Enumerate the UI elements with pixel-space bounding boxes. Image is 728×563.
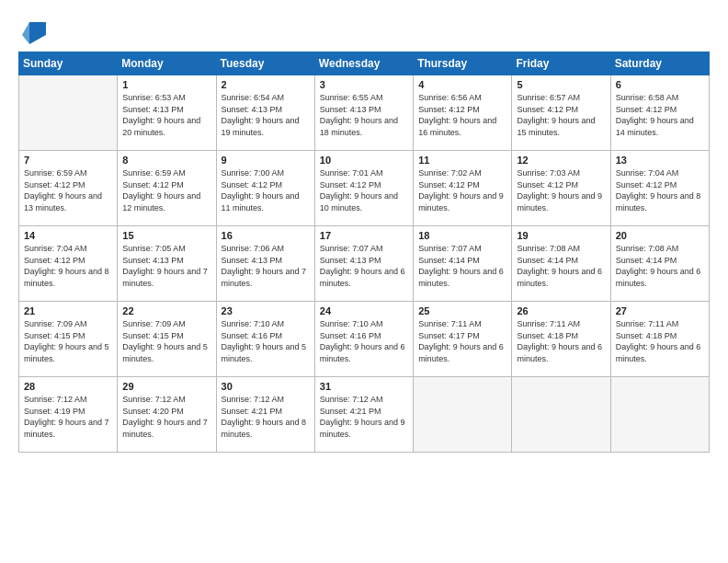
day-number: 8	[122, 155, 210, 166]
calendar-cell: 29Sunrise: 7:12 AMSunset: 4:20 PMDayligh…	[118, 377, 216, 453]
calendar-cell: 16Sunrise: 7:06 AMSunset: 4:13 PMDayligh…	[216, 226, 314, 302]
day-number: 24	[320, 305, 408, 316]
day-info: Sunrise: 6:56 AMSunset: 4:12 PMDaylight:…	[418, 92, 506, 138]
day-number: 12	[517, 155, 605, 166]
day-info: Sunrise: 7:04 AMSunset: 4:12 PMDaylight:…	[616, 167, 704, 213]
page: SundayMondayTuesdayWednesdayThursdayFrid…	[0, 0, 728, 563]
calendar-cell: 30Sunrise: 7:12 AMSunset: 4:21 PMDayligh…	[216, 377, 314, 453]
day-info: Sunrise: 7:09 AMSunset: 4:15 PMDaylight:…	[24, 318, 112, 364]
day-info: Sunrise: 7:12 AMSunset: 4:21 PMDaylight:…	[320, 394, 408, 440]
day-info: Sunrise: 7:03 AMSunset: 4:12 PMDaylight:…	[517, 167, 605, 213]
calendar-cell: 13Sunrise: 7:04 AMSunset: 4:12 PMDayligh…	[610, 151, 709, 226]
calendar-cell: 21Sunrise: 7:09 AMSunset: 4:15 PMDayligh…	[19, 302, 118, 377]
day-info: Sunrise: 7:11 AMSunset: 4:18 PMDaylight:…	[517, 318, 605, 364]
day-number: 19	[517, 230, 605, 241]
day-info: Sunrise: 7:06 AMSunset: 4:13 PMDaylight:…	[222, 243, 310, 289]
day-info: Sunrise: 7:11 AMSunset: 4:18 PMDaylight:…	[616, 318, 704, 364]
calendar-table: SundayMondayTuesdayWednesdayThursdayFrid…	[18, 52, 710, 453]
day-number: 10	[320, 155, 408, 166]
day-info: Sunrise: 7:12 AMSunset: 4:19 PMDaylight:…	[24, 394, 112, 440]
day-info: Sunrise: 7:10 AMSunset: 4:16 PMDaylight:…	[320, 318, 408, 364]
day-info: Sunrise: 7:02 AMSunset: 4:12 PMDaylight:…	[418, 167, 506, 213]
calendar-cell: 28Sunrise: 7:12 AMSunset: 4:19 PMDayligh…	[19, 377, 118, 453]
calendar-cell	[610, 377, 709, 453]
day-number: 17	[320, 230, 408, 241]
calendar-cell	[512, 377, 610, 453]
day-info: Sunrise: 6:59 AMSunset: 4:12 PMDaylight:…	[24, 167, 112, 213]
calendar-week-row: 1Sunrise: 6:53 AMSunset: 4:13 PMDaylight…	[19, 75, 710, 151]
calendar-cell: 31Sunrise: 7:12 AMSunset: 4:21 PMDayligh…	[314, 377, 413, 453]
day-info: Sunrise: 7:12 AMSunset: 4:21 PMDaylight:…	[222, 394, 310, 440]
day-number: 22	[122, 305, 210, 316]
weekday-header: Wednesday	[314, 52, 413, 75]
day-number: 9	[222, 155, 310, 166]
day-info: Sunrise: 6:55 AMSunset: 4:13 PMDaylight:…	[320, 92, 408, 138]
weekday-header: Tuesday	[216, 52, 314, 75]
day-number: 25	[418, 305, 506, 316]
calendar-cell: 6Sunrise: 6:58 AMSunset: 4:12 PMDaylight…	[610, 75, 709, 151]
weekday-header: Sunday	[19, 52, 118, 75]
calendar-cell: 24Sunrise: 7:10 AMSunset: 4:16 PMDayligh…	[314, 302, 413, 377]
day-info: Sunrise: 7:05 AMSunset: 4:13 PMDaylight:…	[122, 243, 210, 289]
day-info: Sunrise: 6:54 AMSunset: 4:13 PMDaylight:…	[222, 92, 310, 138]
day-number: 30	[222, 381, 310, 392]
weekday-header: Thursday	[414, 52, 512, 75]
day-number: 6	[616, 79, 704, 90]
calendar-cell: 22Sunrise: 7:09 AMSunset: 4:15 PMDayligh…	[118, 302, 216, 377]
calendar-cell: 4Sunrise: 6:56 AMSunset: 4:12 PMDaylight…	[414, 75, 512, 151]
day-number: 7	[24, 155, 112, 166]
calendar-cell: 14Sunrise: 7:04 AMSunset: 4:12 PMDayligh…	[19, 226, 118, 302]
day-number: 18	[418, 230, 506, 241]
calendar-week-row: 28Sunrise: 7:12 AMSunset: 4:19 PMDayligh…	[19, 377, 710, 453]
day-info: Sunrise: 7:07 AMSunset: 4:13 PMDaylight:…	[320, 243, 408, 289]
calendar-cell: 10Sunrise: 7:01 AMSunset: 4:12 PMDayligh…	[314, 151, 413, 226]
calendar-cell: 18Sunrise: 7:07 AMSunset: 4:14 PMDayligh…	[414, 226, 512, 302]
day-info: Sunrise: 7:11 AMSunset: 4:17 PMDaylight:…	[418, 318, 506, 364]
calendar-week-row: 21Sunrise: 7:09 AMSunset: 4:15 PMDayligh…	[19, 302, 710, 377]
logo	[18, 18, 46, 44]
day-number: 2	[222, 79, 310, 90]
day-number: 4	[418, 79, 506, 90]
day-info: Sunrise: 7:07 AMSunset: 4:14 PMDaylight:…	[418, 243, 506, 289]
header	[18, 15, 710, 44]
day-number: 16	[222, 230, 310, 241]
day-number: 29	[122, 381, 210, 392]
calendar-cell	[414, 377, 512, 453]
calendar-cell: 5Sunrise: 6:57 AMSunset: 4:12 PMDaylight…	[512, 75, 610, 151]
day-number: 27	[616, 305, 704, 316]
day-info: Sunrise: 6:59 AMSunset: 4:12 PMDaylight:…	[122, 167, 210, 213]
day-info: Sunrise: 6:57 AMSunset: 4:12 PMDaylight:…	[517, 92, 605, 138]
day-info: Sunrise: 7:10 AMSunset: 4:16 PMDaylight:…	[222, 318, 310, 364]
day-number: 28	[24, 381, 112, 392]
weekday-header: Saturday	[610, 52, 709, 75]
day-info: Sunrise: 7:12 AMSunset: 4:20 PMDaylight:…	[122, 394, 210, 440]
calendar-header-row: SundayMondayTuesdayWednesdayThursdayFrid…	[19, 52, 710, 75]
calendar-cell: 15Sunrise: 7:05 AMSunset: 4:13 PMDayligh…	[118, 226, 216, 302]
calendar-week-row: 7Sunrise: 6:59 AMSunset: 4:12 PMDaylight…	[19, 151, 710, 226]
day-number: 31	[320, 381, 408, 392]
day-info: Sunrise: 7:08 AMSunset: 4:14 PMDaylight:…	[616, 243, 704, 289]
logo-icon	[20, 18, 46, 44]
day-number: 11	[418, 155, 506, 166]
day-info: Sunrise: 7:08 AMSunset: 4:14 PMDaylight:…	[517, 243, 605, 289]
svg-marker-0	[29, 22, 46, 44]
day-info: Sunrise: 7:00 AMSunset: 4:12 PMDaylight:…	[222, 167, 310, 213]
calendar-cell: 23Sunrise: 7:10 AMSunset: 4:16 PMDayligh…	[216, 302, 314, 377]
calendar-cell: 1Sunrise: 6:53 AMSunset: 4:13 PMDaylight…	[118, 75, 216, 151]
weekday-header: Friday	[512, 52, 610, 75]
day-number: 23	[222, 305, 310, 316]
calendar-cell: 19Sunrise: 7:08 AMSunset: 4:14 PMDayligh…	[512, 226, 610, 302]
calendar-cell	[19, 75, 118, 151]
calendar-cell: 11Sunrise: 7:02 AMSunset: 4:12 PMDayligh…	[414, 151, 512, 226]
day-number: 1	[122, 79, 210, 90]
day-info: Sunrise: 7:01 AMSunset: 4:12 PMDaylight:…	[320, 167, 408, 213]
day-number: 26	[517, 305, 605, 316]
day-info: Sunrise: 6:58 AMSunset: 4:12 PMDaylight:…	[616, 92, 704, 138]
day-info: Sunrise: 7:04 AMSunset: 4:12 PMDaylight:…	[24, 243, 112, 289]
calendar-week-row: 14Sunrise: 7:04 AMSunset: 4:12 PMDayligh…	[19, 226, 710, 302]
calendar-cell: 2Sunrise: 6:54 AMSunset: 4:13 PMDaylight…	[216, 75, 314, 151]
calendar-cell: 25Sunrise: 7:11 AMSunset: 4:17 PMDayligh…	[414, 302, 512, 377]
day-number: 15	[122, 230, 210, 241]
weekday-header: Monday	[118, 52, 216, 75]
calendar-cell: 12Sunrise: 7:03 AMSunset: 4:12 PMDayligh…	[512, 151, 610, 226]
